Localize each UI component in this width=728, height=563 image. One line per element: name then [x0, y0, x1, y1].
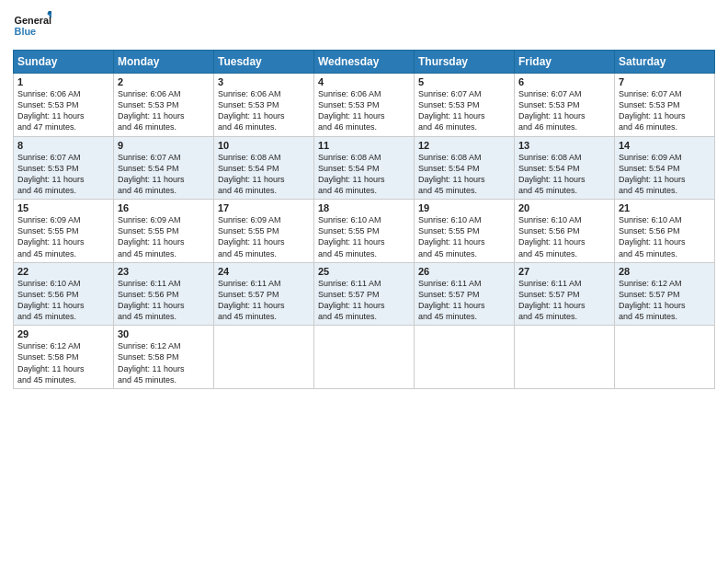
day-number: 6	[518, 76, 610, 87]
calendar-cell: 11Sunrise: 6:08 AMSunset: 5:54 PMDayligh…	[314, 136, 415, 200]
day-number: 26	[418, 266, 510, 277]
calendar-cell: 12Sunrise: 6:08 AMSunset: 5:54 PMDayligh…	[415, 136, 515, 200]
day-info: Sunrise: 6:07 AMSunset: 5:53 PMDaylight:…	[619, 88, 711, 133]
day-info: Sunrise: 6:07 AMSunset: 5:53 PMDaylight:…	[17, 152, 109, 197]
day-number: 5	[418, 76, 510, 87]
day-number: 21	[619, 202, 711, 213]
day-info: Sunrise: 6:06 AMSunset: 5:53 PMDaylight:…	[17, 88, 109, 133]
day-info: Sunrise: 6:08 AMSunset: 5:54 PMDaylight:…	[218, 152, 310, 197]
calendar-cell: 2Sunrise: 6:06 AMSunset: 5:53 PMDaylight…	[114, 74, 214, 137]
calendar-week-4: 22Sunrise: 6:10 AMSunset: 5:56 PMDayligh…	[14, 262, 715, 326]
day-number: 7	[619, 76, 711, 87]
calendar-cell: 3Sunrise: 6:06 AMSunset: 5:53 PMDaylight…	[214, 74, 314, 137]
day-info: Sunrise: 6:10 AMSunset: 5:55 PMDaylight:…	[418, 214, 510, 259]
day-info: Sunrise: 6:07 AMSunset: 5:53 PMDaylight:…	[418, 88, 510, 133]
day-number: 25	[318, 266, 410, 277]
day-info: Sunrise: 6:09 AMSunset: 5:55 PMDaylight:…	[218, 214, 310, 259]
calendar-cell: 19Sunrise: 6:10 AMSunset: 5:55 PMDayligh…	[415, 200, 515, 263]
day-number: 28	[619, 266, 711, 277]
day-info: Sunrise: 6:09 AMSunset: 5:54 PMDaylight:…	[619, 152, 711, 197]
day-info: Sunrise: 6:07 AMSunset: 5:53 PMDaylight:…	[518, 88, 610, 133]
col-header-sunday: Sunday	[14, 51, 114, 74]
calendar-cell: 16Sunrise: 6:09 AMSunset: 5:55 PMDayligh…	[114, 200, 214, 263]
calendar-cell	[415, 326, 515, 389]
day-number: 17	[218, 202, 310, 213]
day-info: Sunrise: 6:12 AMSunset: 5:57 PMDaylight:…	[619, 278, 711, 323]
day-info: Sunrise: 6:11 AMSunset: 5:57 PMDaylight:…	[318, 278, 410, 323]
logo-svg: General Blue	[13, 9, 51, 44]
day-number: 14	[619, 140, 711, 151]
day-info: Sunrise: 6:08 AMSunset: 5:54 PMDaylight:…	[418, 152, 510, 197]
calendar-cell	[515, 326, 615, 389]
day-number: 3	[218, 76, 310, 87]
logo: General Blue	[13, 9, 51, 44]
calendar-cell: 15Sunrise: 6:09 AMSunset: 5:55 PMDayligh…	[14, 200, 114, 263]
calendar-cell: 25Sunrise: 6:11 AMSunset: 5:57 PMDayligh…	[314, 262, 415, 326]
day-info: Sunrise: 6:11 AMSunset: 5:57 PMDaylight:…	[218, 278, 310, 323]
day-info: Sunrise: 6:06 AMSunset: 5:53 PMDaylight:…	[118, 88, 210, 133]
day-info: Sunrise: 6:10 AMSunset: 5:56 PMDaylight:…	[518, 214, 610, 259]
day-number: 2	[118, 76, 210, 87]
svg-text:Blue: Blue	[15, 26, 37, 37]
calendar-cell: 30Sunrise: 6:12 AMSunset: 5:58 PMDayligh…	[114, 326, 214, 389]
calendar-cell: 5Sunrise: 6:07 AMSunset: 5:53 PMDaylight…	[415, 74, 515, 137]
day-number: 10	[218, 140, 310, 151]
col-header-thursday: Thursday	[415, 51, 515, 74]
page: General Blue SundayMondayTuesdayWednesda…	[0, 0, 728, 563]
calendar-cell: 6Sunrise: 6:07 AMSunset: 5:53 PMDaylight…	[515, 74, 615, 137]
day-info: Sunrise: 6:06 AMSunset: 5:53 PMDaylight:…	[318, 88, 410, 133]
calendar-cell: 17Sunrise: 6:09 AMSunset: 5:55 PMDayligh…	[214, 200, 314, 263]
day-number: 27	[518, 266, 610, 277]
calendar-cell: 23Sunrise: 6:11 AMSunset: 5:56 PMDayligh…	[114, 262, 214, 326]
calendar-cell: 18Sunrise: 6:10 AMSunset: 5:55 PMDayligh…	[314, 200, 415, 263]
calendar-cell: 22Sunrise: 6:10 AMSunset: 5:56 PMDayligh…	[14, 262, 114, 326]
day-info: Sunrise: 6:09 AMSunset: 5:55 PMDaylight:…	[17, 214, 109, 259]
day-info: Sunrise: 6:08 AMSunset: 5:54 PMDaylight:…	[318, 152, 410, 197]
day-number: 15	[17, 202, 109, 213]
col-header-saturday: Saturday	[615, 51, 715, 74]
day-info: Sunrise: 6:11 AMSunset: 5:57 PMDaylight:…	[518, 278, 610, 323]
col-header-monday: Monday	[114, 51, 214, 74]
day-info: Sunrise: 6:09 AMSunset: 5:55 PMDaylight:…	[118, 214, 210, 259]
calendar-cell: 29Sunrise: 6:12 AMSunset: 5:58 PMDayligh…	[14, 326, 114, 389]
calendar-cell: 14Sunrise: 6:09 AMSunset: 5:54 PMDayligh…	[615, 136, 715, 200]
day-info: Sunrise: 6:12 AMSunset: 5:58 PMDaylight:…	[17, 340, 109, 385]
day-number: 22	[17, 266, 109, 277]
day-number: 9	[118, 140, 210, 151]
day-number: 23	[118, 266, 210, 277]
day-info: Sunrise: 6:10 AMSunset: 5:56 PMDaylight:…	[619, 214, 711, 259]
day-number: 30	[118, 328, 210, 339]
calendar-cell: 24Sunrise: 6:11 AMSunset: 5:57 PMDayligh…	[214, 262, 314, 326]
calendar-cell: 4Sunrise: 6:06 AMSunset: 5:53 PMDaylight…	[314, 74, 415, 137]
calendar-cell: 10Sunrise: 6:08 AMSunset: 5:54 PMDayligh…	[214, 136, 314, 200]
day-info: Sunrise: 6:10 AMSunset: 5:56 PMDaylight:…	[17, 278, 109, 323]
day-info: Sunrise: 6:11 AMSunset: 5:57 PMDaylight:…	[418, 278, 510, 323]
calendar-cell: 13Sunrise: 6:08 AMSunset: 5:54 PMDayligh…	[515, 136, 615, 200]
day-number: 24	[218, 266, 310, 277]
day-number: 12	[418, 140, 510, 151]
calendar-cell: 21Sunrise: 6:10 AMSunset: 5:56 PMDayligh…	[615, 200, 715, 263]
calendar-week-3: 15Sunrise: 6:09 AMSunset: 5:55 PMDayligh…	[14, 200, 715, 263]
calendar-week-1: 1Sunrise: 6:06 AMSunset: 5:53 PMDaylight…	[14, 74, 715, 137]
day-info: Sunrise: 6:11 AMSunset: 5:56 PMDaylight:…	[118, 278, 210, 323]
day-number: 4	[318, 76, 410, 87]
day-number: 29	[17, 328, 109, 339]
day-number: 20	[518, 202, 610, 213]
day-info: Sunrise: 6:08 AMSunset: 5:54 PMDaylight:…	[518, 152, 610, 197]
day-info: Sunrise: 6:12 AMSunset: 5:58 PMDaylight:…	[118, 340, 210, 385]
calendar-cell: 28Sunrise: 6:12 AMSunset: 5:57 PMDayligh…	[615, 262, 715, 326]
day-info: Sunrise: 6:07 AMSunset: 5:54 PMDaylight:…	[118, 152, 210, 197]
calendar-cell	[615, 326, 715, 389]
day-number: 19	[418, 202, 510, 213]
calendar-cell: 20Sunrise: 6:10 AMSunset: 5:56 PMDayligh…	[515, 200, 615, 263]
calendar-week-2: 8Sunrise: 6:07 AMSunset: 5:53 PMDaylight…	[14, 136, 715, 200]
calendar-table: SundayMondayTuesdayWednesdayThursdayFrid…	[13, 50, 715, 389]
calendar-cell: 1Sunrise: 6:06 AMSunset: 5:53 PMDaylight…	[14, 74, 114, 137]
day-number: 13	[518, 140, 610, 151]
calendar-cell	[214, 326, 314, 389]
day-number: 11	[318, 140, 410, 151]
day-info: Sunrise: 6:06 AMSunset: 5:53 PMDaylight:…	[218, 88, 310, 133]
day-number: 18	[318, 202, 410, 213]
day-number: 1	[17, 76, 109, 87]
svg-text:General: General	[15, 15, 51, 26]
